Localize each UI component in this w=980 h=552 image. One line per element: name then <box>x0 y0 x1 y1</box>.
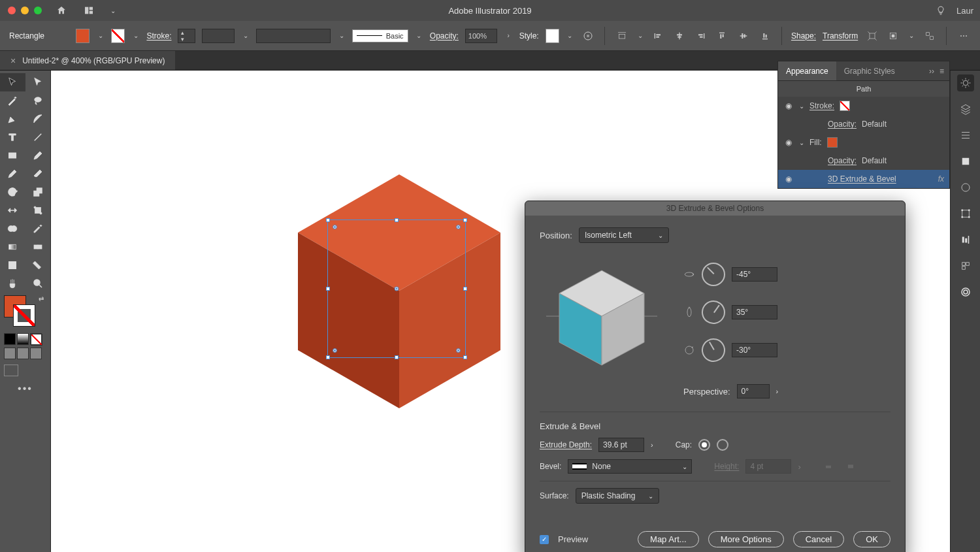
paintbrush-tool[interactable] <box>25 146 51 165</box>
cancel-button[interactable]: Cancel <box>793 531 844 547</box>
cap-off-radio[interactable] <box>717 439 728 451</box>
appearance-stroke-opacity-row[interactable]: Opacity: Default <box>778 115 949 133</box>
tab-graphic-styles[interactable]: Graphic Styles <box>836 61 903 80</box>
close-window-button[interactable] <box>8 7 16 14</box>
more-icon[interactable]: ⋯ <box>956 28 971 44</box>
surface-select[interactable]: Plastic Shading⌄ <box>576 488 660 504</box>
appearance-panel-icon[interactable] <box>957 74 974 91</box>
minimize-window-button[interactable] <box>21 7 29 14</box>
align-right-icon[interactable] <box>693 28 708 44</box>
stroke-weight-dropdown[interactable]: ⌄ <box>241 32 250 39</box>
libraries-panel-icon[interactable] <box>957 257 974 274</box>
perspective-input[interactable]: 0° <box>737 384 770 398</box>
ok-button[interactable]: OK <box>853 531 890 547</box>
style-dropdown[interactable]: ⌄ <box>566 32 574 39</box>
x-rotation-input[interactable]: -45° <box>732 267 777 282</box>
artwork-cube[interactable] <box>298 174 500 410</box>
pencil-tool[interactable] <box>0 165 25 183</box>
arrange-dropdown-caret[interactable]: ⌄ <box>108 7 118 14</box>
shape-link[interactable]: Shape: <box>791 31 816 41</box>
rectangle-tool[interactable] <box>0 146 25 165</box>
edit-mask-icon[interactable] <box>886 28 901 44</box>
slice-tool[interactable] <box>25 256 51 274</box>
zoom-tool[interactable] <box>25 274 51 293</box>
blend-tool[interactable] <box>25 238 51 256</box>
arrange-documents-icon[interactable] <box>81 3 97 18</box>
opacity-dropdown[interactable]: › <box>504 32 512 39</box>
hand-tool[interactable] <box>0 274 25 293</box>
visibility-icon[interactable]: ◉ <box>783 174 794 184</box>
pen-tool[interactable] <box>0 110 25 128</box>
z-rotation-input[interactable]: -30° <box>732 343 777 357</box>
type-tool[interactable] <box>0 128 25 146</box>
appearance-stroke-row[interactable]: ◉ ⌄ Stroke: <box>778 97 949 115</box>
perspective-stepper[interactable]: › <box>776 387 779 395</box>
z-rotation-dial[interactable] <box>697 334 729 366</box>
align-top-icon[interactable] <box>715 28 730 44</box>
eraser-tool[interactable] <box>25 165 51 183</box>
variable-width-profile[interactable] <box>256 29 331 43</box>
panel-collapse-icon[interactable]: ›› <box>929 67 934 76</box>
select-similar-icon[interactable] <box>923 28 938 44</box>
align-panel-icon[interactable] <box>957 231 974 248</box>
isolate-icon[interactable] <box>864 28 879 44</box>
bevel-select[interactable]: None ⌄ <box>568 459 692 474</box>
user-name[interactable]: Laur <box>956 6 973 16</box>
visibility-icon[interactable]: ◉ <box>783 138 794 147</box>
align-bottom-icon[interactable] <box>757 28 772 44</box>
graphic-style-swatch[interactable] <box>546 29 559 43</box>
screen-mode[interactable] <box>0 361 50 378</box>
selection-tool[interactable] <box>0 73 25 91</box>
position-select[interactable]: Isometric Left⌄ <box>579 227 669 243</box>
recolor-artwork-icon[interactable] <box>581 28 596 44</box>
gradient-tool[interactable] <box>0 238 25 256</box>
swap-fill-stroke-icon[interactable]: ⇄ <box>39 295 44 302</box>
color-mode-fill[interactable] <box>4 333 16 345</box>
draw-normal[interactable] <box>4 348 16 359</box>
stroke-swatch[interactable] <box>111 29 125 43</box>
close-tab-icon[interactable]: × <box>10 56 16 66</box>
magic-wand-tool[interactable] <box>0 91 25 110</box>
color-mode-none[interactable] <box>30 333 42 345</box>
align-left-icon[interactable] <box>651 28 666 44</box>
tab-appearance[interactable]: Appearance <box>778 61 836 80</box>
mask-dropdown[interactable]: ⌄ <box>907 32 916 39</box>
maximize-window-button[interactable] <box>34 7 42 14</box>
stroke-color-swatch[interactable] <box>13 304 35 327</box>
width-tool[interactable] <box>0 201 25 219</box>
appearance-3d-effect-row[interactable]: ◉ 3D Extrude & Bevel fx <box>778 170 949 188</box>
fill-swatch[interactable] <box>76 29 90 43</box>
line-tool[interactable] <box>25 128 51 146</box>
fill-dropdown[interactable]: ⌄ <box>96 32 105 39</box>
stroke-dropdown[interactable]: ⌄ <box>131 32 140 39</box>
preview-checkbox[interactable]: ✓ <box>540 535 549 544</box>
brush-dropdown[interactable]: ⌄ <box>415 32 423 39</box>
draw-inside[interactable] <box>30 348 42 359</box>
transform-link[interactable]: Transform <box>823 31 858 41</box>
fill-swatch-mini[interactable] <box>827 137 838 148</box>
eyedropper-tool[interactable] <box>25 219 51 238</box>
transform-panel-icon[interactable] <box>957 205 974 222</box>
visibility-icon[interactable]: ◉ <box>783 101 794 110</box>
panel-menu-icon[interactable]: ≡ <box>939 67 944 76</box>
free-transform-tool[interactable] <box>25 201 51 219</box>
direct-selection-tool[interactable] <box>25 73 51 91</box>
align-center-h-icon[interactable] <box>672 28 687 44</box>
map-art-button[interactable]: Map Art... <box>638 531 699 547</box>
appearance-fill-opacity-row[interactable]: Opacity: Default <box>778 152 949 170</box>
stroke-swatch-mini[interactable] <box>840 101 850 111</box>
swatches-panel-icon[interactable] <box>957 153 974 170</box>
fill-stroke-picker[interactable]: ⇄ <box>0 293 50 332</box>
align-to-icon[interactable] <box>614 28 629 44</box>
expand-icon[interactable]: ⌄ <box>799 139 804 146</box>
align-center-v-icon[interactable] <box>736 28 751 44</box>
stroke-weight-stepper[interactable]: ▴▾ <box>178 29 195 43</box>
scale-tool[interactable] <box>25 183 51 201</box>
artboard-tool[interactable] <box>0 256 25 274</box>
stroke-label[interactable]: Stroke: <box>146 31 171 41</box>
properties-panel-icon[interactable] <box>957 127 974 144</box>
shape-builder-tool[interactable] <box>0 219 25 238</box>
stroke-weight-value[interactable] <box>202 29 235 43</box>
cap-on-radio[interactable] <box>698 439 710 451</box>
color-panel-icon[interactable] <box>957 179 974 196</box>
